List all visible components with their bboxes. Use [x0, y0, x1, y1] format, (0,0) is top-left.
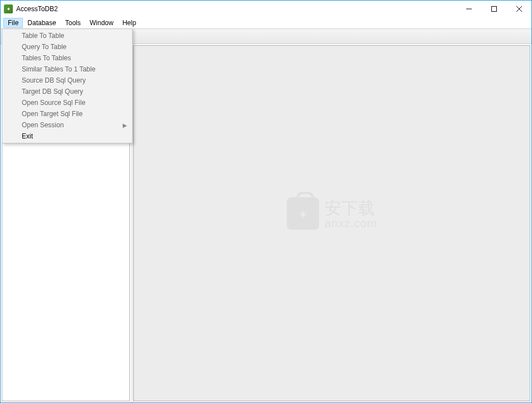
- menubar: File Database Tools Window Help: [1, 17, 531, 28]
- watermark-en-text: anxz.com: [325, 217, 377, 229]
- close-button[interactable]: [506, 1, 531, 17]
- menu-tools[interactable]: Tools: [61, 18, 85, 28]
- maximize-button[interactable]: [481, 1, 506, 17]
- window-title: AccessToDB2: [16, 5, 58, 13]
- window-controls: [456, 1, 531, 17]
- menu-help[interactable]: Help: [118, 18, 141, 28]
- menu-item-table-to-table[interactable]: Table To Table: [18, 30, 132, 41]
- menu-item-exit[interactable]: Exit: [18, 131, 132, 142]
- menu-file[interactable]: File: [3, 18, 23, 28]
- menu-item-tables-to-tables[interactable]: Tables To Tables: [18, 52, 132, 64]
- submenu-arrow-icon: ▶: [123, 122, 127, 128]
- menu-item-open-source-sql[interactable]: Open Source Sql File: [18, 97, 132, 108]
- minimize-button[interactable]: [456, 1, 481, 17]
- menu-item-query-to-table[interactable]: Query To Table: [18, 41, 132, 52]
- menu-window[interactable]: Window: [85, 18, 118, 28]
- app-icon: ✦: [4, 4, 13, 13]
- menu-item-source-db-sql[interactable]: Source DB Sql Query: [18, 75, 132, 86]
- menu-item-open-target-sql[interactable]: Open Target Sql File: [18, 108, 132, 119]
- titlebar: ✦ AccessToDB2: [1, 1, 531, 17]
- menu-item-similar-tables[interactable]: Similar Tables To 1 Table: [18, 64, 132, 75]
- watermark: ✶ 安下载 anxz.com: [287, 198, 377, 230]
- menu-item-target-db-sql[interactable]: Target DB Sql Query: [18, 86, 132, 97]
- watermark-bag-icon: ✶: [287, 198, 319, 230]
- svg-rect-1: [491, 7, 496, 12]
- watermark-cn-text: 安下载: [325, 198, 377, 217]
- menu-database[interactable]: Database: [23, 18, 60, 28]
- content-panel: ✶ 安下载 anxz.com: [133, 45, 530, 401]
- menu-item-open-session[interactable]: Open Session ▶: [18, 119, 132, 131]
- file-dropdown: Table To Table Query To Table Tables To …: [2, 28, 133, 143]
